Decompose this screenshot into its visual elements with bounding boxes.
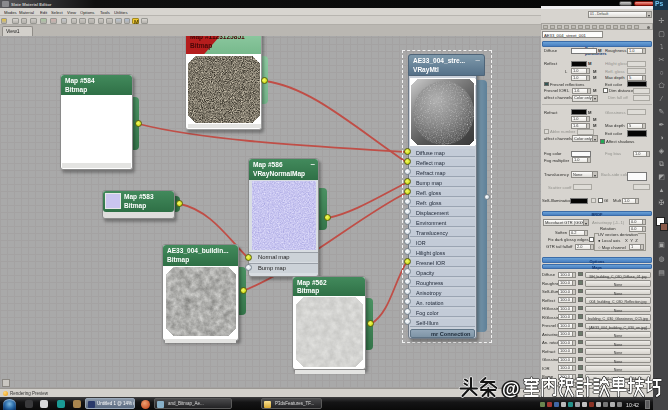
svg-text:@: @	[502, 379, 520, 399]
